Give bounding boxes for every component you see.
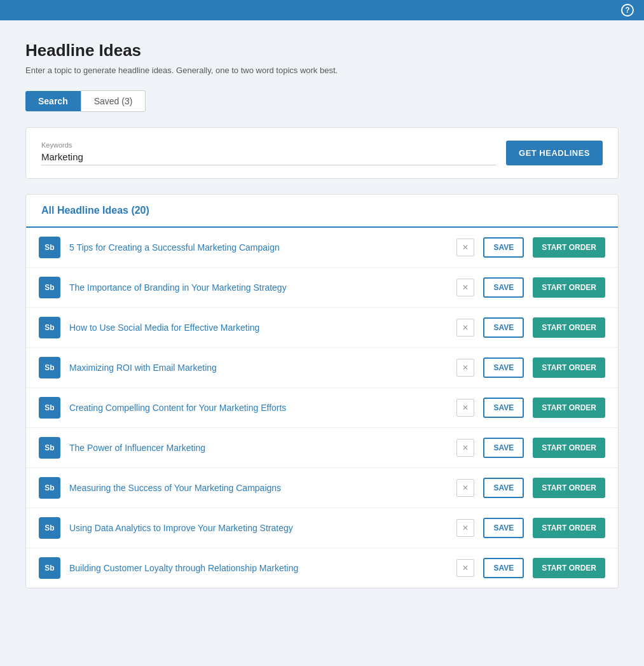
start-order-button[interactable]: START ORDER [533, 277, 605, 298]
close-button[interactable]: ✕ [456, 399, 474, 417]
close-button[interactable]: ✕ [456, 319, 474, 336]
results-section: All Headline Ideas (20) Sb 5 Tips for Cr… [25, 194, 619, 588]
headline-text: The Power of Influencer Marketing [69, 443, 448, 453]
page-subtitle: Enter a topic to generate headline ideas… [25, 66, 619, 75]
keyword-field: Keywords [41, 141, 496, 165]
close-button[interactable]: ✕ [456, 279, 474, 296]
save-button[interactable]: SAVE [483, 237, 524, 258]
headline-text: Building Customer Loyalty through Relati… [69, 563, 448, 573]
headline-text: Maximizing ROI with Email Marketing [69, 363, 448, 373]
start-order-button[interactable]: START ORDER [533, 438, 605, 458]
save-button[interactable]: SAVE [483, 518, 524, 538]
sb-badge: Sb [39, 557, 60, 579]
search-card: Keywords GET HEADLINES [25, 127, 619, 179]
sb-badge: Sb [39, 477, 60, 499]
save-button[interactable]: SAVE [483, 478, 524, 498]
close-button[interactable]: ✕ [456, 239, 474, 256]
headline-text: Measuring the Success of Your Marketing … [69, 483, 448, 493]
headline-item: Sb The Power of Influencer Marketing ✕ S… [26, 428, 618, 468]
top-bar: ? [0, 0, 644, 20]
save-button[interactable]: SAVE [483, 357, 524, 378]
start-order-button[interactable]: START ORDER [533, 357, 605, 378]
headline-text: The Importance of Branding in Your Marke… [69, 282, 448, 293]
tab-search[interactable]: Search [25, 91, 81, 111]
sb-badge: Sb [39, 317, 60, 338]
help-icon[interactable]: ? [621, 4, 634, 17]
page-title: Headline Ideas [25, 41, 619, 60]
start-order-button[interactable]: START ORDER [533, 558, 605, 578]
headline-item: Sb Maximizing ROI with Email Marketing ✕… [26, 348, 618, 388]
save-button[interactable]: SAVE [483, 558, 524, 578]
results-title: All Headline Ideas (20) [41, 205, 149, 216]
save-button[interactable]: SAVE [483, 398, 524, 418]
start-order-button[interactable]: START ORDER [533, 317, 605, 338]
sb-badge: Sb [39, 397, 60, 419]
headline-item: Sb Building Customer Loyalty through Rel… [26, 548, 618, 588]
close-button[interactable]: ✕ [456, 439, 474, 457]
tab-saved[interactable]: Saved (3) [81, 90, 146, 112]
headline-item: Sb How to Use Social Media for Effective… [26, 308, 618, 348]
sb-badge: Sb [39, 517, 60, 539]
start-order-button[interactable]: START ORDER [533, 398, 605, 418]
start-order-button[interactable]: START ORDER [533, 237, 605, 258]
sb-badge: Sb [39, 277, 60, 298]
headline-text: Creating Compelling Content for Your Mar… [69, 403, 448, 413]
start-order-button[interactable]: START ORDER [533, 518, 605, 538]
results-header: All Headline Ideas (20) [26, 195, 618, 228]
close-button[interactable]: ✕ [456, 559, 474, 577]
get-headlines-button[interactable]: GET HEADLINES [506, 141, 603, 165]
close-button[interactable]: ✕ [456, 519, 474, 537]
sb-badge: Sb [39, 357, 60, 378]
headline-item: Sb Using Data Analytics to Improve Your … [26, 508, 618, 548]
save-button[interactable]: SAVE [483, 277, 524, 298]
sb-badge: Sb [39, 437, 60, 459]
save-button[interactable]: SAVE [483, 317, 524, 338]
headline-text: How to Use Social Media for Effective Ma… [69, 323, 448, 333]
keywords-input[interactable] [41, 151, 496, 165]
tabs: Search Saved (3) [25, 90, 619, 112]
start-order-button[interactable]: START ORDER [533, 478, 605, 498]
headline-item: Sb 5 Tips for Creating a Successful Mark… [26, 228, 618, 268]
close-button[interactable]: ✕ [456, 479, 474, 497]
headline-item: Sb The Importance of Branding in Your Ma… [26, 268, 618, 308]
close-button[interactable]: ✕ [456, 359, 474, 377]
headline-text: 5 Tips for Creating a Successful Marketi… [69, 242, 448, 253]
keywords-label: Keywords [41, 141, 496, 149]
headline-item: Sb Creating Compelling Content for Your … [26, 388, 618, 428]
save-button[interactable]: SAVE [483, 438, 524, 458]
headline-item: Sb Measuring the Success of Your Marketi… [26, 468, 618, 508]
sb-badge: Sb [39, 237, 60, 258]
headline-list: Sb 5 Tips for Creating a Successful Mark… [26, 228, 618, 588]
headline-text: Using Data Analytics to Improve Your Mar… [69, 523, 448, 533]
